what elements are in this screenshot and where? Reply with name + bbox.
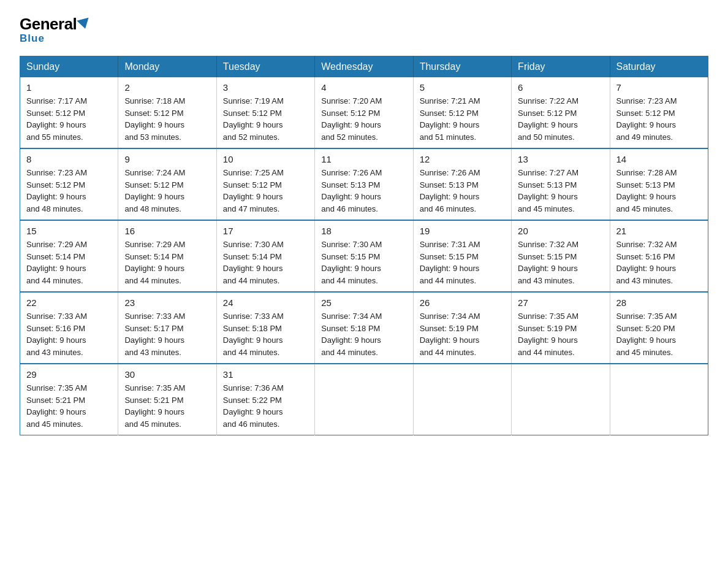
day-number: 19 [420,226,505,236]
calendar-cell: 30 Sunrise: 7:35 AMSunset: 5:21 PMDaylig… [118,364,216,435]
calendar-cell: 28 Sunrise: 7:35 AMSunset: 5:20 PMDaylig… [610,292,708,364]
day-number: 12 [420,154,505,164]
calendar-cell: 10 Sunrise: 7:25 AMSunset: 5:12 PMDaylig… [216,148,314,220]
day-number: 13 [518,154,603,164]
calendar-cell: 21 Sunrise: 7:32 AMSunset: 5:16 PMDaylig… [610,220,708,292]
day-info: Sunrise: 7:26 AMSunset: 5:13 PMDaylight:… [321,167,406,215]
calendar-cell: 6 Sunrise: 7:22 AMSunset: 5:12 PMDayligh… [512,77,610,148]
day-info: Sunrise: 7:34 AMSunset: 5:19 PMDaylight:… [420,310,505,358]
calendar-cell: 25 Sunrise: 7:34 AMSunset: 5:18 PMDaylig… [315,292,413,364]
calendar-cell [512,364,610,435]
day-info: Sunrise: 7:20 AMSunset: 5:12 PMDaylight:… [321,95,406,143]
day-number: 1 [26,82,112,93]
weekday-header-row: SundayMondayTuesdayWednesdayThursdayFrid… [20,56,708,78]
day-number: 28 [616,297,702,308]
calendar-cell: 24 Sunrise: 7:33 AMSunset: 5:18 PMDaylig… [216,292,314,364]
week-row-4: 22 Sunrise: 7:33 AMSunset: 5:16 PMDaylig… [20,292,708,364]
day-info: Sunrise: 7:32 AMSunset: 5:16 PMDaylight:… [616,239,702,286]
day-info: Sunrise: 7:21 AMSunset: 5:12 PMDaylight:… [420,95,505,143]
day-info: Sunrise: 7:30 AMSunset: 5:15 PMDaylight:… [321,239,406,286]
logo-blue: Blue [20,33,45,45]
weekday-header-tuesday: Tuesday [216,56,314,78]
day-number: 21 [616,226,702,236]
day-number: 26 [420,297,505,308]
calendar-cell: 11 Sunrise: 7:26 AMSunset: 5:13 PMDaylig… [315,148,413,220]
week-row-1: 1 Sunrise: 7:17 AMSunset: 5:12 PMDayligh… [20,77,708,148]
day-number: 6 [518,82,603,93]
calendar-cell: 16 Sunrise: 7:29 AMSunset: 5:14 PMDaylig… [118,220,216,292]
calendar-table: SundayMondayTuesdayWednesdayThursdayFrid… [20,56,708,435]
calendar-cell: 12 Sunrise: 7:26 AMSunset: 5:13 PMDaylig… [413,148,511,220]
calendar-cell: 27 Sunrise: 7:35 AMSunset: 5:19 PMDaylig… [512,292,610,364]
day-number: 27 [518,297,603,308]
day-number: 8 [26,154,112,164]
calendar-cell: 15 Sunrise: 7:29 AMSunset: 5:14 PMDaylig… [20,220,118,292]
weekday-header-sunday: Sunday [20,56,118,78]
calendar-cell: 14 Sunrise: 7:28 AMSunset: 5:13 PMDaylig… [610,148,708,220]
calendar-cell [610,364,708,435]
day-number: 23 [124,297,210,308]
day-number: 10 [223,154,308,164]
day-number: 2 [124,82,210,93]
page-header: General Blue [20,15,708,45]
day-info: Sunrise: 7:29 AMSunset: 5:14 PMDaylight:… [124,239,210,286]
calendar-cell: 8 Sunrise: 7:23 AMSunset: 5:12 PMDayligh… [20,148,118,220]
logo-triangle-icon [77,18,91,31]
week-row-3: 15 Sunrise: 7:29 AMSunset: 5:14 PMDaylig… [20,220,708,292]
day-number: 7 [616,82,702,93]
weekday-header-saturday: Saturday [610,56,708,78]
day-info: Sunrise: 7:22 AMSunset: 5:12 PMDaylight:… [518,95,603,143]
day-info: Sunrise: 7:23 AMSunset: 5:12 PMDaylight:… [26,167,112,215]
logo-area: General Blue [20,15,90,45]
day-number: 5 [420,82,505,93]
day-number: 31 [223,369,308,380]
calendar-cell: 20 Sunrise: 7:32 AMSunset: 5:15 PMDaylig… [512,220,610,292]
calendar-cell: 5 Sunrise: 7:21 AMSunset: 5:12 PMDayligh… [413,77,511,148]
calendar-cell: 9 Sunrise: 7:24 AMSunset: 5:12 PMDayligh… [118,148,216,220]
day-number: 20 [518,226,603,236]
weekday-header-friday: Friday [512,56,610,78]
logo-general: General [20,15,90,34]
day-info: Sunrise: 7:35 AMSunset: 5:21 PMDaylight:… [26,382,112,430]
day-info: Sunrise: 7:23 AMSunset: 5:12 PMDaylight:… [616,95,702,143]
day-info: Sunrise: 7:19 AMSunset: 5:12 PMDaylight:… [223,95,308,143]
day-info: Sunrise: 7:35 AMSunset: 5:19 PMDaylight:… [518,310,603,358]
calendar-cell: 18 Sunrise: 7:30 AMSunset: 5:15 PMDaylig… [315,220,413,292]
calendar-cell: 26 Sunrise: 7:34 AMSunset: 5:19 PMDaylig… [413,292,511,364]
day-number: 14 [616,154,702,164]
calendar-cell [315,364,413,435]
day-number: 24 [223,297,308,308]
day-info: Sunrise: 7:33 AMSunset: 5:18 PMDaylight:… [223,310,308,358]
day-info: Sunrise: 7:34 AMSunset: 5:18 PMDaylight:… [321,310,406,358]
week-row-5: 29 Sunrise: 7:35 AMSunset: 5:21 PMDaylig… [20,364,708,435]
weekday-header-monday: Monday [118,56,216,78]
day-info: Sunrise: 7:33 AMSunset: 5:17 PMDaylight:… [124,310,210,358]
day-info: Sunrise: 7:31 AMSunset: 5:15 PMDaylight:… [420,239,505,286]
day-number: 18 [321,226,406,236]
calendar-cell: 19 Sunrise: 7:31 AMSunset: 5:15 PMDaylig… [413,220,511,292]
day-number: 25 [321,297,406,308]
day-info: Sunrise: 7:36 AMSunset: 5:22 PMDaylight:… [223,382,308,430]
day-info: Sunrise: 7:18 AMSunset: 5:12 PMDaylight:… [124,95,210,143]
calendar-cell: 2 Sunrise: 7:18 AMSunset: 5:12 PMDayligh… [118,77,216,148]
day-number: 9 [124,154,210,164]
day-info: Sunrise: 7:27 AMSunset: 5:13 PMDaylight:… [518,167,603,215]
day-number: 29 [26,369,112,380]
calendar-cell: 4 Sunrise: 7:20 AMSunset: 5:12 PMDayligh… [315,77,413,148]
day-info: Sunrise: 7:28 AMSunset: 5:13 PMDaylight:… [616,167,702,215]
day-number: 30 [124,369,210,380]
day-number: 17 [223,226,308,236]
day-info: Sunrise: 7:29 AMSunset: 5:14 PMDaylight:… [26,239,112,286]
day-info: Sunrise: 7:35 AMSunset: 5:21 PMDaylight:… [124,382,210,430]
calendar-cell: 23 Sunrise: 7:33 AMSunset: 5:17 PMDaylig… [118,292,216,364]
day-number: 4 [321,82,406,93]
day-number: 22 [26,297,112,308]
calendar-cell: 13 Sunrise: 7:27 AMSunset: 5:13 PMDaylig… [512,148,610,220]
calendar-cell: 3 Sunrise: 7:19 AMSunset: 5:12 PMDayligh… [216,77,314,148]
day-info: Sunrise: 7:35 AMSunset: 5:20 PMDaylight:… [616,310,702,358]
day-info: Sunrise: 7:25 AMSunset: 5:12 PMDaylight:… [223,167,308,215]
weekday-header-wednesday: Wednesday [315,56,413,78]
day-number: 15 [26,226,112,236]
calendar-cell: 17 Sunrise: 7:30 AMSunset: 5:14 PMDaylig… [216,220,314,292]
calendar-cell: 22 Sunrise: 7:33 AMSunset: 5:16 PMDaylig… [20,292,118,364]
